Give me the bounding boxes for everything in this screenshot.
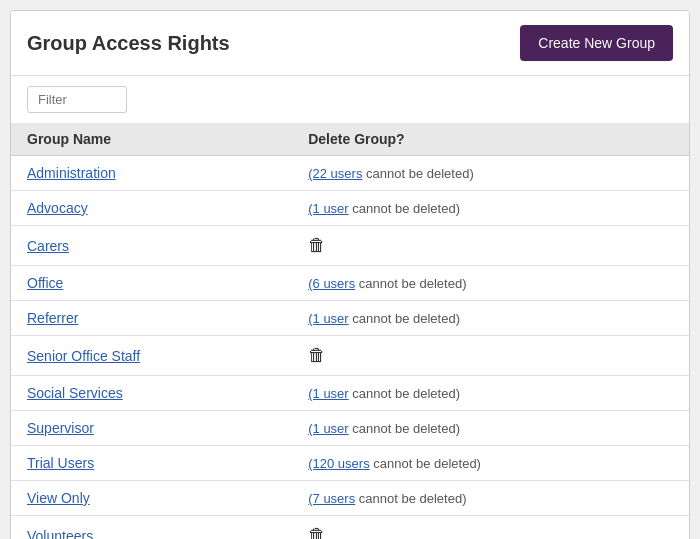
filter-input[interactable] — [27, 86, 127, 113]
table-row: Carers🗑 — [11, 226, 689, 266]
user-count-link[interactable]: (1 user — [308, 421, 348, 436]
group-name-cell: View Only — [11, 481, 292, 516]
group-name-cell: Social Services — [11, 376, 292, 411]
delete-group-cell: (7 users cannot be deleted) — [292, 481, 689, 516]
delete-status: (6 users cannot be deleted) — [308, 276, 466, 291]
group-name-link[interactable]: Carers — [27, 238, 69, 254]
group-name-cell: Volunteers — [11, 516, 292, 540]
delete-group-cell: (1 user cannot be deleted) — [292, 376, 689, 411]
trash-icon[interactable]: 🗑 — [308, 525, 326, 539]
group-table: Group Name Delete Group? Administration(… — [11, 123, 689, 539]
delete-group-cell: (22 users cannot be deleted) — [292, 156, 689, 191]
user-count-link[interactable]: (1 user — [308, 311, 348, 326]
delete-group-cell: 🗑 — [292, 516, 689, 540]
table-row: Senior Office Staff🗑 — [11, 336, 689, 376]
group-name-link[interactable]: Social Services — [27, 385, 123, 401]
user-count-link[interactable]: (22 users — [308, 166, 362, 181]
delete-status: (1 user cannot be deleted) — [308, 386, 460, 401]
trash-icon[interactable]: 🗑 — [308, 345, 326, 365]
col-group-name: Group Name — [11, 123, 292, 156]
delete-group-cell: (120 users cannot be deleted) — [292, 446, 689, 481]
table-row: View Only(7 users cannot be deleted) — [11, 481, 689, 516]
filter-bar — [11, 76, 689, 123]
table-row: Administration(22 users cannot be delete… — [11, 156, 689, 191]
delete-status: (120 users cannot be deleted) — [308, 456, 481, 471]
page-title: Group Access Rights — [27, 32, 230, 55]
delete-group-cell: 🗑 — [292, 336, 689, 376]
table-row: Social Services(1 user cannot be deleted… — [11, 376, 689, 411]
group-name-cell: Advocacy — [11, 191, 292, 226]
group-name-link[interactable]: Advocacy — [27, 200, 88, 216]
create-new-group-button[interactable]: Create New Group — [520, 25, 673, 61]
group-name-link[interactable]: Senior Office Staff — [27, 348, 140, 364]
group-name-link[interactable]: Supervisor — [27, 420, 94, 436]
group-name-cell: Office — [11, 266, 292, 301]
user-count-link[interactable]: (120 users — [308, 456, 369, 471]
group-name-link[interactable]: Trial Users — [27, 455, 94, 471]
table-body: Administration(22 users cannot be delete… — [11, 156, 689, 540]
user-count-link[interactable]: (1 user — [308, 201, 348, 216]
user-count-link[interactable]: (1 user — [308, 386, 348, 401]
delete-status: (1 user cannot be deleted) — [308, 201, 460, 216]
table-row: Trial Users(120 users cannot be deleted) — [11, 446, 689, 481]
group-name-link[interactable]: Referrer — [27, 310, 78, 326]
group-name-link[interactable]: View Only — [27, 490, 90, 506]
group-name-cell: Referrer — [11, 301, 292, 336]
table-row: Supervisor(1 user cannot be deleted) — [11, 411, 689, 446]
delete-status: (1 user cannot be deleted) — [308, 421, 460, 436]
delete-status: (7 users cannot be deleted) — [308, 491, 466, 506]
delete-status: (1 user cannot be deleted) — [308, 311, 460, 326]
main-container: Group Access Rights Create New Group Gro… — [10, 10, 690, 539]
table-row: Volunteers🗑 — [11, 516, 689, 540]
table-row: Office(6 users cannot be deleted) — [11, 266, 689, 301]
group-name-cell: Trial Users — [11, 446, 292, 481]
delete-group-cell: (1 user cannot be deleted) — [292, 411, 689, 446]
trash-icon[interactable]: 🗑 — [308, 235, 326, 255]
delete-status: (22 users cannot be deleted) — [308, 166, 474, 181]
table-row: Advocacy(1 user cannot be deleted) — [11, 191, 689, 226]
delete-group-cell: (6 users cannot be deleted) — [292, 266, 689, 301]
delete-group-cell: 🗑 — [292, 226, 689, 266]
group-name-cell: Supervisor — [11, 411, 292, 446]
table-header: Group Name Delete Group? — [11, 123, 689, 156]
group-name-link[interactable]: Office — [27, 275, 63, 291]
page-header: Group Access Rights Create New Group — [11, 11, 689, 76]
col-delete-group: Delete Group? — [292, 123, 689, 156]
delete-group-cell: (1 user cannot be deleted) — [292, 191, 689, 226]
user-count-link[interactable]: (7 users — [308, 491, 355, 506]
table-row: Referrer(1 user cannot be deleted) — [11, 301, 689, 336]
delete-group-cell: (1 user cannot be deleted) — [292, 301, 689, 336]
group-name-cell: Senior Office Staff — [11, 336, 292, 376]
group-name-link[interactable]: Administration — [27, 165, 116, 181]
user-count-link[interactable]: (6 users — [308, 276, 355, 291]
group-name-cell: Administration — [11, 156, 292, 191]
group-name-cell: Carers — [11, 226, 292, 266]
group-name-link[interactable]: Volunteers — [27, 528, 93, 540]
